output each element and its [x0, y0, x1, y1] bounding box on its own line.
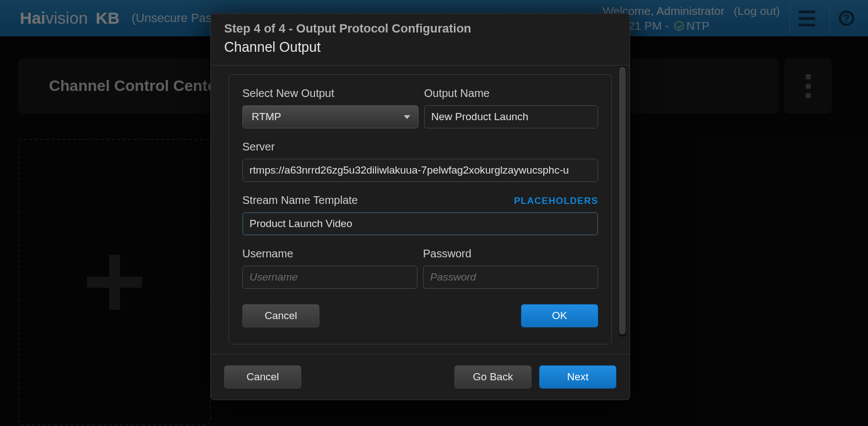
scrollbar-thumb[interactable]: [619, 67, 626, 335]
output-type-select[interactable]: RTMP: [242, 105, 419, 128]
dialog-footer: Cancel Go Back Next: [211, 354, 630, 400]
password-input[interactable]: [423, 266, 598, 289]
dialog-title: Channel Output: [224, 39, 616, 55]
inner-cancel-button[interactable]: Cancel: [242, 304, 319, 327]
stream-template-label: Stream Name Template: [242, 194, 358, 207]
form-scrollbar[interactable]: [619, 66, 626, 337]
output-config-dialog: Step 4 of 4 - Output Protocol Configurat…: [210, 13, 630, 400]
form-panel: Select New Output RTMP Output Name Serve…: [229, 74, 612, 344]
placeholders-link[interactable]: PLACEHOLDERS: [514, 196, 598, 207]
stream-template-input[interactable]: [242, 212, 598, 235]
dialog-header: Step 4 of 4 - Output Protocol Configurat…: [211, 14, 630, 66]
username-label: Username: [242, 247, 417, 260]
select-output-label: Select New Output: [242, 87, 419, 100]
footer-next-button[interactable]: Next: [539, 365, 616, 389]
output-type-value: RTMP: [252, 111, 281, 123]
dialog-step: Step 4 of 4 - Output Protocol Configurat…: [224, 21, 616, 36]
output-name-input[interactable]: [424, 105, 598, 128]
footer-cancel-button[interactable]: Cancel: [224, 365, 301, 389]
username-input[interactable]: [242, 266, 417, 289]
dialog-body: Select New Output RTMP Output Name Serve…: [211, 66, 630, 354]
password-label: Password: [423, 247, 598, 260]
chevron-down-icon: [404, 115, 410, 119]
inner-ok-button[interactable]: OK: [521, 304, 598, 327]
output-name-label: Output Name: [424, 87, 598, 100]
server-label: Server: [242, 141, 598, 153]
server-input[interactable]: [242, 159, 598, 182]
footer-back-button[interactable]: Go Back: [454, 365, 531, 389]
